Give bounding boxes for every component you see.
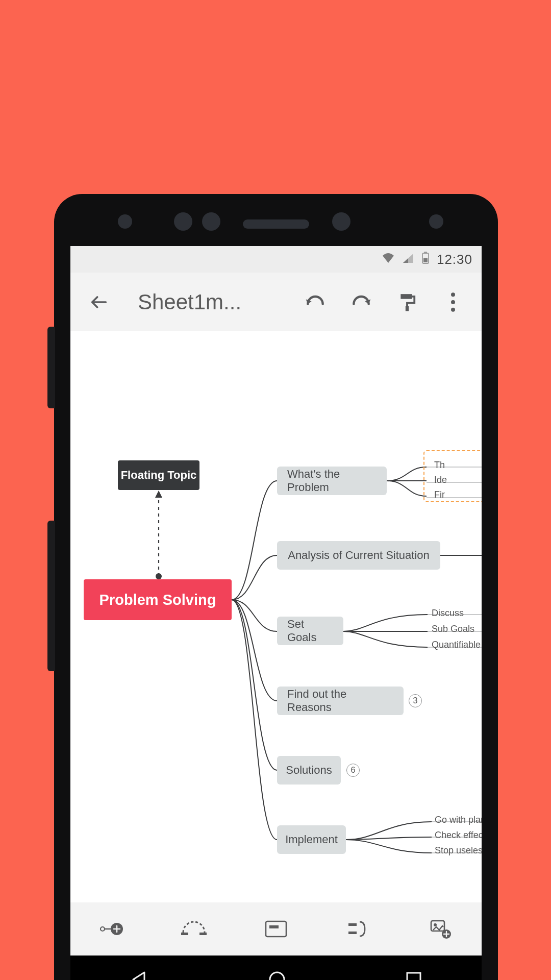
phone-sensor bbox=[332, 212, 350, 231]
nav-home-button[interactable] bbox=[267, 969, 287, 980]
android-nav-bar bbox=[70, 955, 482, 980]
svg-rect-24 bbox=[269, 925, 279, 928]
phone-side-button bbox=[47, 327, 55, 408]
svg-rect-2 bbox=[423, 258, 428, 262]
svg-point-4 bbox=[451, 292, 455, 297]
phone-frame: 12:30 Sheet1m... bbox=[54, 194, 498, 980]
svg-rect-1 bbox=[424, 252, 427, 253]
add-boundary-button[interactable] bbox=[262, 915, 290, 943]
add-relationship-button[interactable] bbox=[180, 915, 208, 943]
undo-button[interactable] bbox=[301, 288, 330, 316]
child-node-whats-the-problem[interactable]: What's the Problem bbox=[277, 467, 387, 495]
svg-rect-31 bbox=[407, 973, 420, 980]
svg-rect-26 bbox=[348, 932, 357, 934]
back-button[interactable] bbox=[85, 288, 113, 316]
svg-point-8 bbox=[156, 573, 162, 579]
svg-rect-23 bbox=[266, 921, 286, 937]
battery-icon bbox=[421, 251, 430, 268]
leaf-node[interactable]: Fir bbox=[434, 489, 445, 500]
svg-point-6 bbox=[451, 307, 455, 311]
svg-point-28 bbox=[434, 923, 437, 926]
root-topic-node[interactable]: Problem Solving bbox=[84, 579, 232, 620]
leaf-node[interactable]: Go with plans bbox=[435, 815, 482, 825]
add-summary-button[interactable] bbox=[344, 915, 372, 943]
leaf-node[interactable]: Discuss bbox=[432, 608, 464, 619]
page-title: Sheet1m... bbox=[138, 290, 292, 314]
add-attachment-button[interactable] bbox=[426, 915, 455, 943]
phone-sensor bbox=[429, 214, 443, 229]
status-bar: 12:30 bbox=[70, 246, 482, 273]
bottom-toolbar bbox=[70, 902, 482, 955]
leaf-node[interactable]: Quantifiable targe bbox=[432, 640, 482, 650]
svg-rect-3 bbox=[406, 306, 409, 311]
svg-rect-21 bbox=[181, 933, 188, 935]
screen: 12:30 Sheet1m... bbox=[70, 246, 482, 955]
format-painter-button[interactable] bbox=[393, 288, 421, 316]
wifi-icon bbox=[382, 252, 395, 267]
clock-text: 12:30 bbox=[437, 252, 472, 267]
svg-point-18 bbox=[101, 927, 105, 931]
child-node-set-goals[interactable]: Set Goals bbox=[277, 617, 343, 645]
signal-icon bbox=[402, 252, 414, 267]
leaf-node[interactable]: Sub Goals bbox=[432, 624, 474, 634]
child-node-find-out-reasons[interactable]: Find out the Reasons bbox=[277, 687, 404, 715]
leaf-node[interactable]: Th bbox=[434, 460, 445, 471]
phone-speaker bbox=[243, 219, 309, 229]
phone-side-button bbox=[47, 521, 55, 671]
leaf-node[interactable]: Ide bbox=[434, 475, 447, 485]
phone-sensor bbox=[174, 212, 192, 231]
mindmap-canvas[interactable]: Floating Topic Problem Solving What's th… bbox=[70, 331, 482, 903]
child-node-solutions[interactable]: Solutions bbox=[277, 756, 341, 785]
phone-sensor bbox=[118, 214, 132, 229]
leaf-node[interactable]: Stop useless so bbox=[435, 845, 482, 856]
svg-rect-22 bbox=[199, 933, 207, 935]
selection-outline bbox=[423, 450, 482, 502]
collapsed-count-badge[interactable]: 6 bbox=[346, 764, 360, 777]
phone-sensor bbox=[202, 212, 220, 231]
svg-point-5 bbox=[451, 300, 455, 304]
nav-recents-button[interactable] bbox=[405, 970, 423, 980]
nav-back-button[interactable] bbox=[129, 969, 149, 980]
collapsed-count-badge[interactable]: 3 bbox=[409, 694, 422, 707]
floating-topic-node[interactable]: Floating Topic bbox=[118, 460, 199, 490]
svg-point-30 bbox=[270, 972, 284, 980]
svg-rect-25 bbox=[348, 923, 357, 926]
add-subtopic-button[interactable] bbox=[97, 915, 126, 943]
child-node-analysis[interactable]: Analysis of Current Situation bbox=[277, 541, 440, 570]
leaf-node[interactable]: Check effect of bbox=[435, 830, 482, 841]
redo-button[interactable] bbox=[347, 288, 375, 316]
app-bar: Sheet1m... bbox=[70, 273, 482, 331]
child-node-implement[interactable]: Implement bbox=[277, 825, 346, 854]
more-button[interactable] bbox=[439, 288, 467, 316]
